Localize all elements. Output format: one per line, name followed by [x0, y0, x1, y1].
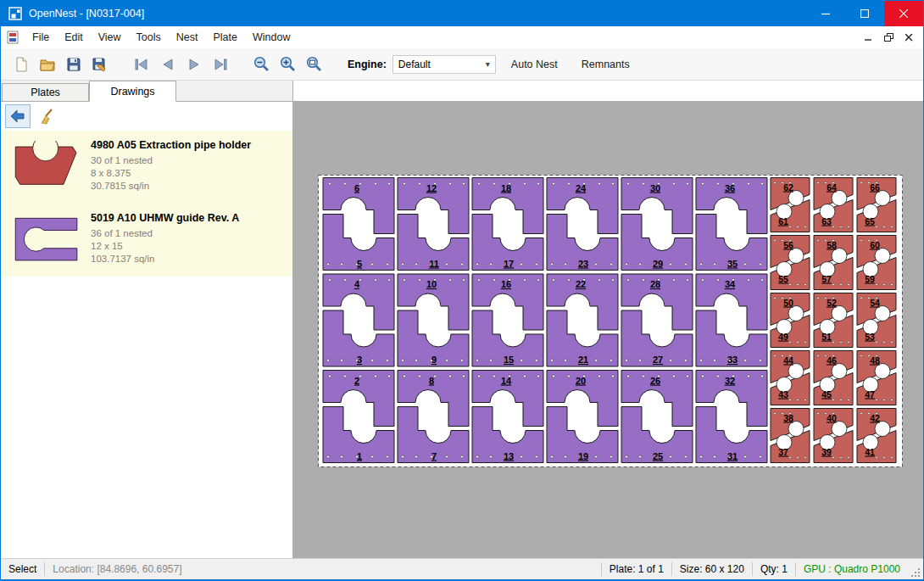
menu-item-plate[interactable]: Plate [205, 27, 245, 47]
menu-item-edit[interactable]: Edit [57, 27, 91, 47]
drawing-nested-count: 36 of 1 nested [91, 227, 239, 240]
engine-select[interactable]: Default ▾ [392, 55, 496, 74]
part-number: 15 [504, 355, 514, 365]
remnants-button[interactable]: Remnants [573, 53, 638, 75]
part-number: 16 [501, 279, 511, 289]
zoom-in-icon [279, 55, 297, 73]
resize-grip[interactable] [910, 567, 921, 578]
engine-selected-value: Default [393, 59, 481, 70]
mdi-restore-icon [884, 33, 893, 42]
window-title: OpenNest - [N0317-004] [29, 8, 144, 20]
zoom-fit-button[interactable] [301, 52, 327, 77]
minimize-icon [821, 9, 830, 18]
list-item[interactable]: 4980 A05 Extraction pipe holder 30 of 1 … [1, 131, 292, 204]
status-qty: Qty: 1 [753, 559, 795, 579]
part-number: 52 [827, 298, 837, 308]
maximize-button[interactable] [845, 1, 884, 26]
part-number: 10 [426, 279, 437, 289]
menu-item-tools[interactable]: Tools [129, 27, 169, 47]
drawing-name: 5019 A10 UHMW guide Rev. A [91, 212, 239, 224]
menu-item-view[interactable]: View [91, 27, 129, 47]
part-number: 2 [354, 376, 359, 386]
next-plate-button[interactable] [181, 52, 207, 77]
clear-drawings-button[interactable] [34, 104, 59, 128]
part-number: 36 [725, 183, 735, 193]
part-shape-red [10, 141, 83, 193]
mdi-close-button[interactable] [901, 31, 916, 44]
part-number: 18 [501, 183, 511, 193]
chevron-down-icon[interactable]: ▾ [481, 59, 495, 69]
workspace: 6512111817242330293635431091615222128273… [293, 81, 923, 558]
drawing-size: 8 x 8.375 [91, 167, 251, 180]
part-number: 29 [653, 259, 663, 269]
close-button[interactable] [884, 1, 923, 26]
part-number: 34 [725, 279, 736, 289]
save-as-button[interactable] [86, 52, 113, 77]
part-number: 5 [357, 259, 362, 269]
part-number: 55 [778, 274, 788, 284]
import-drawing-button[interactable] [5, 104, 31, 128]
part-number: 28 [650, 279, 660, 289]
menu-item-window[interactable]: Window [245, 27, 298, 47]
part-number: 66 [870, 182, 880, 193]
part-number: 13 [504, 451, 514, 461]
status-bar: Select Location: [84.8696, 60.6957] Plat… [1, 558, 923, 579]
status-gpu: GPU : Quadro P1000 [796, 559, 908, 579]
zoom-out-button[interactable] [248, 52, 275, 77]
drawing-size: 12 x 15 [91, 240, 239, 253]
new-button[interactable] [8, 52, 34, 77]
plate[interactable]: 6512111817242330293635431091615222128273… [318, 175, 903, 467]
part-number: 37 [778, 447, 788, 457]
part-number: 40 [827, 413, 837, 423]
main-toolbar: Engine: Default ▾ Auto Nest Remnants [1, 48, 923, 81]
part-number: 21 [578, 355, 588, 365]
part-number: 31 [727, 451, 738, 461]
mdi-minimize-button[interactable] [860, 31, 876, 44]
last-plate-button[interactable] [207, 52, 233, 77]
mdi-restore-button[interactable] [881, 31, 896, 44]
previous-arrow-icon [159, 56, 176, 73]
previous-plate-button[interactable] [154, 52, 181, 77]
part-number: 25 [653, 451, 663, 461]
title-bar[interactable]: OpenNest - [N0317-004] [1, 1, 923, 26]
part-number: 3 [357, 355, 362, 365]
drawing-area: 30.7815 sq/in [91, 180, 251, 193]
part-number: 59 [865, 274, 875, 284]
part-number: 1 [357, 451, 362, 461]
plate-svg[interactable]: 6512111817242330293635431091615222128273… [318, 175, 903, 467]
part-number: 49 [778, 332, 788, 342]
tab-drawings[interactable]: Drawings [89, 81, 176, 102]
part-number: 32 [725, 376, 735, 386]
part-number: 30 [650, 183, 660, 193]
drawings-list: 4980 A05 Extraction pipe holder 30 of 1 … [1, 131, 292, 558]
new-file-icon [13, 56, 30, 73]
nest-canvas[interactable]: 6512111817242330293635431091615222128273… [293, 101, 923, 558]
part-number: 27 [653, 355, 663, 365]
minimize-button[interactable] [806, 1, 845, 26]
drawing-area: 103.7137 sq/in [91, 253, 239, 265]
open-button[interactable] [34, 52, 60, 77]
save-button[interactable] [60, 52, 86, 77]
part-number: 45 [821, 389, 832, 399]
part-number: 41 [865, 447, 875, 457]
part-number: 11 [429, 259, 439, 269]
auto-nest-button[interactable]: Auto Nest [503, 53, 566, 75]
part-number: 19 [578, 451, 588, 461]
panel-tabs: Plates Drawings [1, 81, 292, 102]
status-size: Size: 60 x 120 [672, 559, 752, 579]
zoom-in-button[interactable] [275, 52, 301, 77]
close-icon [899, 9, 908, 18]
first-plate-button[interactable] [128, 52, 154, 77]
part-thumbnail [3, 136, 91, 198]
part-number: 48 [870, 355, 880, 366]
part-thumbnail [3, 209, 91, 271]
maximize-icon [860, 9, 869, 18]
status-mode: Select [1, 559, 44, 579]
part-number: 39 [821, 447, 832, 457]
menu-item-nest[interactable]: Nest [169, 27, 206, 47]
menu-item-file[interactable]: File [25, 27, 57, 47]
tab-plates[interactable]: Plates [2, 83, 89, 101]
list-item[interactable]: 5019 A10 UHMW guide Rev. A 36 of 1 neste… [1, 204, 292, 277]
part-number: 8 [429, 376, 434, 386]
part-number: 54 [870, 298, 880, 308]
